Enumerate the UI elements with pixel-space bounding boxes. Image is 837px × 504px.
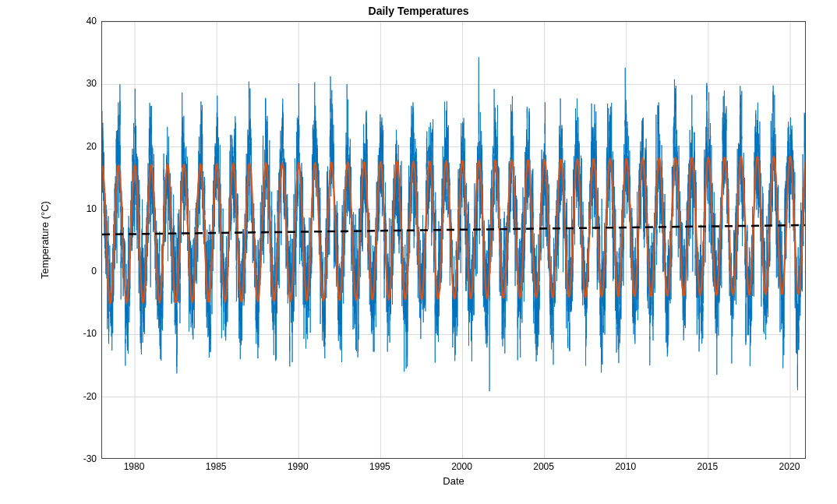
- x-tick-label: 2015: [698, 461, 719, 472]
- chart-title: Daily Temperatures: [0, 5, 837, 17]
- y-tick-label: 30: [65, 78, 97, 89]
- axes: [101, 21, 806, 459]
- x-tick-label: 2020: [779, 461, 800, 472]
- x-tick-label: 2005: [533, 461, 554, 472]
- x-tick-label: 1995: [369, 461, 390, 472]
- series-trend: [102, 22, 806, 459]
- y-tick-label: -30: [65, 453, 97, 464]
- x-tick-label: 2000: [451, 461, 472, 472]
- y-axis-label: Temperature (°C): [39, 21, 55, 459]
- x-tick-label: 1990: [288, 461, 309, 472]
- x-axis-label: Date: [101, 475, 806, 487]
- x-tick-label: 1980: [124, 461, 145, 472]
- x-tick-label: 1985: [206, 461, 227, 472]
- y-tick-label: 20: [65, 141, 97, 152]
- y-tick-label: -10: [65, 328, 97, 339]
- x-tick-label: 2010: [615, 461, 636, 472]
- y-tick-label: 40: [65, 16, 97, 26]
- figure: Daily Temperatures -30-20-10010203040 19…: [0, 0, 837, 504]
- y-tick-label: 0: [65, 266, 97, 277]
- y-tick-label: -20: [65, 391, 97, 402]
- y-tick-label: 10: [65, 203, 97, 214]
